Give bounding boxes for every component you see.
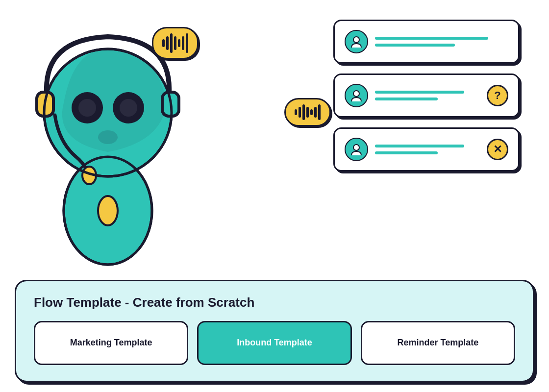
card-3-lines	[375, 145, 480, 154]
line	[375, 145, 464, 147]
cross-badge: ✕	[487, 139, 508, 160]
marketing-template-label: Marketing Template	[70, 337, 152, 348]
avatar-1	[345, 30, 368, 53]
line	[375, 91, 464, 94]
line	[375, 37, 488, 40]
chat-cards-container: ? ✕	[333, 20, 520, 172]
svg-point-6	[98, 130, 118, 144]
marketing-template-card[interactable]: Marketing Template	[34, 321, 188, 365]
flow-template-panel: Flow Template - Create from Scratch Mark…	[15, 280, 534, 382]
avatar-3	[345, 138, 368, 161]
svg-point-16	[353, 91, 359, 97]
inbound-template-label: Inbound Template	[237, 337, 312, 348]
svg-point-12	[98, 196, 118, 225]
chat-card-2: ?	[333, 74, 520, 118]
card-2-lines	[375, 91, 480, 100]
svg-point-3	[78, 99, 96, 117]
chat-card-1	[333, 20, 520, 64]
chat-card-3: ✕	[333, 127, 520, 172]
card-1-lines	[375, 37, 508, 47]
svg-point-15	[353, 37, 359, 43]
question-badge: ?	[487, 85, 508, 106]
inbound-template-card[interactable]: Inbound Template	[197, 321, 351, 365]
panel-title: Flow Template - Create from Scratch	[34, 295, 515, 310]
template-cards-row: Marketing Template Inbound Template Remi…	[34, 321, 515, 365]
audio-wave-bubble-2	[284, 98, 331, 126]
svg-point-17	[353, 145, 359, 150]
svg-point-5	[120, 99, 137, 117]
line	[375, 98, 438, 100]
scene: ? ✕ Flow Template - Create from Scratch …	[0, 0, 549, 392]
line	[375, 151, 438, 154]
reminder-template-card[interactable]: Reminder Template	[361, 321, 515, 365]
avatar-2	[345, 84, 368, 107]
line	[375, 44, 455, 47]
reminder-template-label: Reminder Template	[397, 337, 478, 348]
audio-wave-bubble-1	[152, 27, 199, 59]
